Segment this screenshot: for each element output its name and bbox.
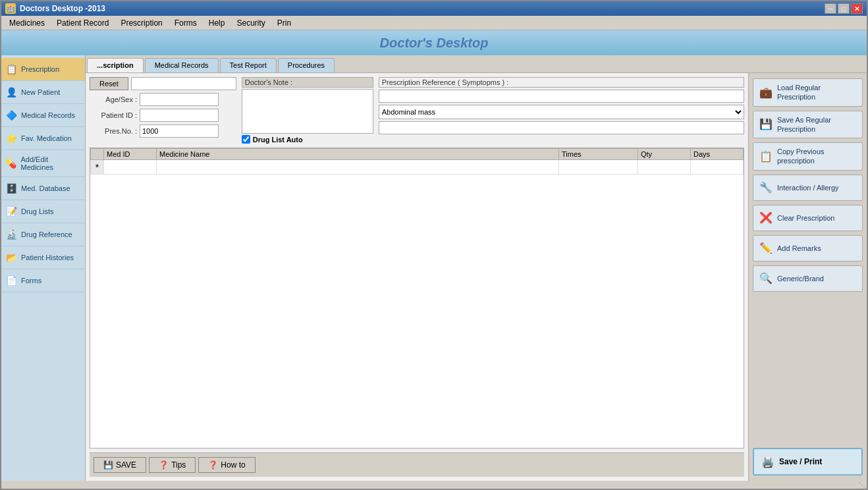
resize-dots: ⋱ — [859, 481, 865, 489]
minimize-button[interactable]: ─ — [825, 3, 836, 14]
menu-prescription[interactable]: Prescription — [115, 17, 167, 29]
tab-procedures[interactable]: Procedures — [278, 58, 335, 72]
table-row: * — [91, 160, 744, 175]
sidebar-item-drug-reference[interactable]: 🔬 Drug Reference — [1, 223, 85, 246]
tab-medical-records[interactable]: Medical Records — [145, 58, 219, 72]
close-button[interactable]: ✕ — [851, 3, 863, 14]
sidebar-item-medical-records[interactable]: 🔷 Medical Records — [1, 104, 85, 127]
generic-brand-button[interactable]: 🔍 Generic/Brand — [753, 265, 863, 292]
add-remarks-button[interactable]: ✏️ Add Remarks — [753, 235, 863, 261]
menu-help[interactable]: Help — [203, 17, 231, 29]
sidebar-label-drug-reference: Drug Reference — [21, 231, 72, 238]
save-regular-button[interactable]: 💾 Save As Regular Prescription — [753, 111, 863, 139]
maximize-button[interactable]: □ — [838, 3, 850, 14]
sidebar-item-fav-medication[interactable]: ⭐ Fav. Medication — [1, 127, 85, 150]
sidebar-label-med-database: Med. Database — [21, 184, 70, 192]
save-button[interactable]: 💾 SAVE — [94, 457, 146, 473]
pres-ref-input-1[interactable] — [379, 90, 744, 103]
menu-forms[interactable]: Forms — [169, 17, 202, 29]
pres-no-label: Pres.No. : — [90, 127, 137, 135]
interaction-allergy-icon: 🔧 — [759, 180, 773, 195]
sidebar-label-drug-lists: Drug Lists — [21, 207, 54, 215]
qty-input[interactable] — [641, 163, 688, 172]
row-times[interactable] — [559, 160, 638, 175]
copy-previous-button[interactable]: 📋 Copy Previous prescription — [753, 142, 863, 171]
sidebar-label-forms: Forms — [21, 277, 41, 285]
menu-security[interactable]: Security — [231, 17, 270, 29]
save-print-button[interactable]: 🖨️ Save / Print — [753, 448, 863, 476]
drug-list-auto-checkbox[interactable] — [242, 135, 250, 144]
pres-no-input[interactable] — [140, 124, 219, 138]
med-id-input[interactable] — [107, 163, 153, 172]
generic-brand-icon: 🔍 — [759, 271, 773, 286]
title-bar: 🏥 Doctors Desktop -2013 ─ □ ✕ — [1, 1, 867, 16]
how-to-icon: ❓ — [208, 460, 218, 470]
row-med-id[interactable] — [104, 160, 157, 175]
load-regular-label: Load Regular Prescription — [777, 83, 857, 102]
row-days[interactable] — [691, 160, 744, 175]
how-to-button[interactable]: ❓ How to — [198, 457, 255, 473]
patient-name-input[interactable] — [131, 77, 236, 90]
content-area: ...scription Medical Records Test Report… — [86, 55, 867, 481]
forms-icon: 📄 — [5, 275, 17, 286]
reset-button[interactable]: Reset — [90, 77, 128, 90]
tips-icon: ❓ — [159, 460, 169, 470]
pres-ref-input-2[interactable] — [379, 121, 744, 134]
sidebar-item-add-edit-medicines[interactable]: 💊 Add/Edit Medicines — [1, 150, 85, 177]
clear-prescription-button[interactable]: ❌ Clear Prescription — [753, 205, 863, 231]
save-icon: 💾 — [103, 460, 113, 470]
tab-test-report[interactable]: Test Report — [220, 58, 277, 72]
tips-button[interactable]: ❓ Tips — [149, 457, 196, 473]
pres-no-row: Pres.No. : — [90, 124, 236, 138]
sidebar-item-new-patient[interactable]: 👤 New Patient — [1, 81, 85, 104]
resize-grip[interactable]: ⋱ — [1, 481, 867, 489]
pres-ref-label: Prescription Reference ( Symptopms ) : — [379, 77, 744, 88]
sidebar-item-drug-lists[interactable]: 📝 Drug Lists — [1, 200, 85, 223]
row-medicine-name[interactable] — [157, 160, 559, 175]
col-star — [91, 149, 104, 160]
doctor-note-textarea[interactable] — [242, 89, 373, 134]
sidebar-label-medical-records: Medical Records — [21, 111, 75, 119]
load-regular-icon: 💼 — [759, 85, 773, 99]
interaction-allergy-button[interactable]: 🔧 Interaction / Allergy — [753, 175, 863, 201]
window-controls: ─ □ ✕ — [825, 3, 863, 14]
sidebar-item-forms[interactable]: 📄 Forms — [1, 269, 85, 292]
save-regular-label: Save As Regular Prescription — [777, 115, 857, 134]
generic-brand-label: Generic/Brand — [777, 274, 824, 283]
copy-previous-label: Copy Previous prescription — [777, 147, 857, 166]
bottom-toolbar: 💾 SAVE ❓ Tips ❓ How to — [90, 452, 744, 477]
patient-histories-icon: 📂 — [5, 252, 17, 263]
window-title: Doctors Desktop -2013 — [20, 4, 821, 13]
row-star: * — [91, 160, 104, 175]
drug-list-auto-label: Drug List Auto — [253, 136, 303, 144]
patient-id-row: Patient ID : — [90, 109, 236, 122]
col-med-id: Med ID — [104, 149, 157, 160]
load-regular-button[interactable]: 💼 Load Regular Prescription — [753, 78, 863, 107]
col-qty: Qty — [638, 149, 691, 160]
age-sex-row: Age/Sex : — [90, 93, 236, 106]
age-sex-input[interactable] — [140, 93, 219, 106]
medicine-name-input[interactable] — [159, 163, 556, 172]
symptom-dropdown[interactable]: Abdominal mass — [379, 105, 744, 119]
menu-patient-record[interactable]: Patient Record — [51, 17, 114, 29]
drug-list-auto-row: Drug List Auto — [242, 135, 373, 144]
sidebar-item-prescription[interactable]: 📋 Prescription — [1, 58, 85, 81]
sidebar-label-add-edit-medicines: Add/Edit Medicines — [20, 155, 81, 171]
sidebar-item-patient-histories[interactable]: 📂 Patient Histories — [1, 246, 85, 269]
age-sex-label: Age/Sex : — [90, 95, 137, 103]
fav-medication-icon: ⭐ — [5, 132, 17, 144]
save-label: SAVE — [116, 460, 136, 470]
patient-id-input[interactable] — [140, 109, 219, 122]
right-panel: 💼 Load Regular Prescription 💾 Save As Re… — [748, 73, 867, 481]
times-input[interactable] — [562, 163, 635, 172]
days-input[interactable] — [693, 163, 740, 172]
medicine-table-container: Med ID Medicine Name Times Qty Days * — [90, 148, 744, 449]
sidebar-label-prescription: Prescription — [21, 65, 59, 73]
sidebar-label-fav-medication: Fav. Medication — [21, 134, 72, 142]
menu-medicines[interactable]: Medicines — [4, 17, 50, 29]
row-qty[interactable] — [638, 160, 691, 175]
menu-prin[interactable]: Prin — [272, 17, 296, 29]
sidebar-item-med-database[interactable]: 🗄️ Med. Database — [1, 177, 85, 200]
tab-prescription[interactable]: ...scription — [87, 58, 144, 72]
doctor-note-label: Doctor's Note : — [242, 77, 373, 88]
